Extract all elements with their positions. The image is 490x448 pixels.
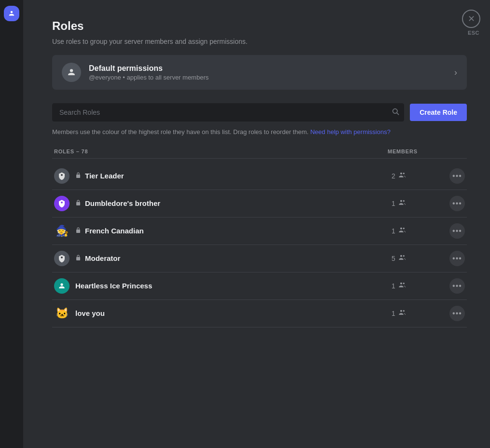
role-icon (54, 168, 70, 184)
create-role-button[interactable]: Create Role (410, 104, 467, 121)
close-button[interactable]: ✕ (462, 10, 480, 28)
svg-rect-12 (76, 230, 80, 233)
svg-rect-5 (76, 175, 80, 178)
svg-line-3 (397, 113, 399, 115)
svg-rect-16 (76, 257, 80, 260)
role-name: Moderator (85, 254, 392, 262)
members-icon (398, 171, 406, 181)
sidebar (0, 0, 23, 448)
members-icon (398, 199, 406, 208)
members-count: 1 (392, 199, 449, 208)
members-icon (398, 226, 406, 236)
search-input-wrapper (52, 103, 404, 122)
help-text: Members use the colour of the highest ro… (52, 127, 467, 137)
member-count-number: 1 (392, 310, 395, 317)
svg-point-7 (403, 173, 404, 174)
svg-point-11 (403, 200, 404, 202)
role-row[interactable]: Tier Leader2••• (52, 163, 467, 190)
role-more-button[interactable]: ••• (449, 278, 465, 294)
members-count: 2 (392, 171, 449, 181)
svg-point-23 (403, 310, 404, 312)
svg-point-15 (61, 256, 63, 258)
role-more-button[interactable]: ••• (449, 168, 465, 184)
members-count: 5 (392, 254, 449, 263)
search-row: Create Role (52, 103, 467, 122)
roles-count-label: ROLES – 78 (54, 149, 388, 154)
role-name: Heartless Ice Princess (75, 282, 392, 290)
chevron-right-icon: › (454, 68, 457, 78)
default-permissions-left: Default permissions @everyone • applies … (62, 63, 209, 82)
member-count-number: 1 (392, 200, 395, 207)
svg-point-8 (61, 201, 63, 203)
roles-table-header: ROLES – 78 MEMBERS (52, 149, 467, 159)
role-name: French Canadian (85, 227, 392, 235)
svg-point-19 (60, 283, 63, 285)
member-count-number: 5 (392, 255, 395, 262)
role-more-button[interactable]: ••• (449, 306, 465, 321)
default-permissions-icon (62, 63, 81, 82)
role-more-button[interactable]: ••• (449, 223, 465, 239)
role-row[interactable]: 🐱love you1••• (52, 300, 467, 327)
esc-label: ESC (468, 30, 479, 36)
svg-point-18 (403, 255, 404, 257)
member-count-number: 2 (392, 172, 395, 180)
role-icon (54, 251, 70, 266)
svg-point-0 (11, 11, 13, 14)
svg-point-4 (61, 174, 63, 176)
member-count-number: 1 (392, 227, 395, 235)
role-name: Tier Leader (85, 172, 392, 180)
lock-icon (75, 254, 81, 262)
svg-point-14 (403, 228, 404, 229)
svg-point-21 (403, 283, 404, 284)
members-count: 1 (392, 281, 449, 291)
page-subtitle: Use roles to group your server members a… (52, 38, 467, 45)
members-column-label: MEMBERS (388, 149, 446, 154)
members-icon (398, 281, 406, 291)
role-icon: 🐱 (54, 306, 70, 321)
default-permissions-title: Default permissions (89, 64, 209, 73)
svg-point-1 (70, 69, 73, 72)
role-row[interactable]: Heartless Ice Princess1••• (52, 272, 467, 300)
role-name: love you (75, 309, 392, 317)
lock-icon (75, 199, 81, 207)
role-icon (54, 196, 70, 211)
svg-point-10 (400, 200, 402, 202)
role-name: Dumbledore's brother (85, 199, 392, 207)
lock-icon (75, 227, 81, 235)
members-count: 1 (392, 309, 449, 318)
role-row[interactable]: 🧙French Canadian1••• (52, 217, 467, 245)
help-permissions-link[interactable]: Need help with permissions? (310, 128, 391, 136)
members-icon (398, 254, 406, 263)
role-row[interactable]: Moderator5••• (52, 245, 467, 272)
role-icon (54, 278, 70, 294)
svg-point-6 (400, 172, 402, 174)
member-count-number: 1 (392, 282, 395, 290)
svg-point-22 (400, 310, 402, 312)
role-more-button[interactable]: ••• (449, 196, 465, 211)
page-title: Roles (52, 19, 467, 33)
main-content: ✕ ESC Roles Use roles to group your serv… (23, 0, 490, 448)
default-permissions-card[interactable]: Default permissions @everyone • applies … (52, 55, 467, 90)
role-more-button[interactable]: ••• (449, 251, 465, 266)
help-text-main: Members use the colour of the highest ro… (52, 128, 308, 136)
members-count: 1 (392, 226, 449, 236)
role-row[interactable]: Dumbledore's brother1••• (52, 190, 467, 217)
svg-rect-9 (76, 202, 80, 205)
svg-point-17 (400, 255, 402, 257)
svg-point-13 (400, 227, 402, 229)
lock-icon (75, 172, 81, 180)
search-icon (392, 108, 399, 117)
svg-point-20 (400, 282, 402, 284)
roles-list: Tier Leader2•••Dumbledore's brother1•••🧙… (52, 163, 467, 327)
search-input[interactable] (52, 103, 404, 122)
role-icon: 🧙 (54, 223, 70, 239)
default-permissions-subtitle: @everyone • applies to all server member… (89, 74, 209, 81)
sidebar-icon-active[interactable] (4, 6, 19, 21)
members-icon (398, 309, 406, 318)
default-permissions-info: Default permissions @everyone • applies … (89, 64, 209, 81)
